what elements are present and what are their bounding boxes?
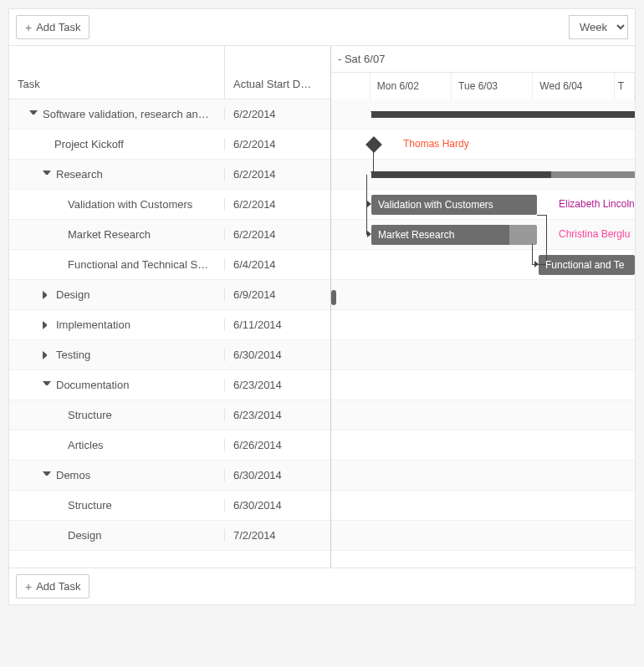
task-cell[interactable]: Structure (9, 499, 225, 512)
resource-label: Christina Berglu (559, 228, 630, 240)
timeline-day-col: Wed 6/04 (533, 73, 614, 99)
timeline-row (331, 400, 635, 430)
task-cell[interactable]: Articles (9, 439, 225, 451)
table-row[interactable]: Design6/9/2014 (9, 280, 330, 310)
add-task-button[interactable]: + Add Task (16, 15, 89, 39)
timeline-day-col (331, 73, 371, 99)
timeline-row (331, 461, 635, 491)
timeline-row: Market ResearchChristina Berglu (331, 220, 635, 250)
task-title: Structure (68, 499, 112, 512)
table-row[interactable]: Project Kickoff6/2/2014 (9, 130, 330, 160)
task-list-header: Task Actual Start D… (9, 46, 330, 99)
start-date-cell: 6/30/2014 (225, 469, 330, 481)
toolbar-top: + Add Task Week (9, 9, 635, 46)
table-row[interactable]: Implementation6/11/2014 (9, 310, 330, 340)
table-row[interactable]: Functional and Technical S…6/4/2014 (9, 250, 330, 280)
task-cell[interactable]: Design (9, 529, 225, 542)
summary-bar-remaining[interactable] (551, 171, 635, 178)
task-cell[interactable]: Functional and Technical S… (9, 258, 225, 271)
task-cell[interactable]: Documentation (9, 379, 225, 391)
resource-label: Thomas Hardy (403, 138, 469, 150)
start-date-cell: 6/2/2014 (225, 168, 330, 181)
task-bar[interactable]: Market Research (371, 225, 537, 245)
scroll-indicator[interactable] (331, 290, 336, 305)
chevron-down-icon[interactable] (43, 381, 51, 390)
task-title: Functional and Technical S… (68, 258, 208, 271)
dependency-line (546, 215, 547, 265)
add-task-label: Add Task (36, 580, 80, 593)
table-row[interactable]: Software validation, research an…6/2/201… (9, 99, 330, 130)
timeline-row (331, 310, 635, 340)
timeline-row (331, 491, 635, 521)
gantt-chart: + Add Task Week Task Actual Start D… Sof… (8, 8, 636, 605)
resource-label: Elizabeth Lincoln (559, 198, 635, 210)
task-title: Design (68, 529, 101, 542)
start-date-cell: 6/30/2014 (225, 349, 330, 361)
table-row[interactable]: Articles6/26/2014 (9, 430, 330, 461)
table-row[interactable]: Design7/2/2014 (9, 521, 330, 551)
timeline-header: - Sat 6/07 Mon 6/02Tue 6/03Wed 6/04T (331, 46, 635, 99)
table-row[interactable]: Structure6/30/2014 (9, 491, 330, 521)
plus-icon: + (25, 22, 32, 33)
table-row[interactable]: Market Research6/2/2014 (9, 220, 330, 250)
chevron-right-icon[interactable] (43, 291, 51, 299)
task-cell[interactable]: Implementation (9, 318, 225, 331)
task-title: Structure (68, 409, 112, 421)
timeline-row (331, 280, 635, 310)
task-cell[interactable]: Demos (9, 469, 225, 481)
task-list-pane: Task Actual Start D… Software validation… (9, 46, 331, 569)
summary-bar[interactable] (371, 171, 551, 178)
table-row[interactable]: Structure6/23/2014 (9, 400, 330, 430)
timeline-row (331, 99, 635, 130)
column-header-task[interactable]: Task (9, 46, 225, 99)
start-date-cell: 6/11/2014 (225, 318, 330, 331)
view-select[interactable]: Week (569, 15, 628, 39)
task-cell[interactable]: Research (9, 168, 225, 181)
table-row[interactable]: Testing6/30/2014 (9, 340, 330, 370)
arrow-right-icon (534, 261, 539, 267)
chevron-down-icon[interactable] (29, 110, 38, 119)
task-cell[interactable]: Project Kickoff (9, 138, 225, 150)
start-date-cell: 6/23/2014 (225, 379, 330, 391)
start-date-cell: 6/30/2014 (225, 499, 330, 512)
chevron-right-icon[interactable] (43, 321, 51, 329)
task-bar-label: Functional and Te (545, 259, 625, 271)
chevron-right-icon[interactable] (43, 351, 51, 359)
task-bar[interactable]: Functional and Te (539, 255, 635, 275)
table-row[interactable]: Research6/2/2014 (9, 160, 330, 190)
task-cell[interactable]: Market Research (9, 228, 225, 241)
arrow-right-icon (367, 231, 371, 237)
timeline-row (331, 370, 635, 400)
task-title: Articles (68, 439, 104, 451)
timeline-row (331, 160, 635, 190)
task-title: Validation with Customers (68, 198, 192, 211)
task-title: Documentation (56, 379, 129, 391)
task-title: Implementation (56, 318, 130, 331)
task-bar[interactable]: Validation with Customers (371, 195, 537, 215)
timeline-row: Thomas Hardy (331, 130, 635, 160)
start-date-cell: 6/2/2014 (225, 198, 330, 211)
table-row[interactable]: Demos6/30/2014 (9, 461, 330, 491)
table-row[interactable]: Validation with Customers6/2/2014 (9, 190, 330, 220)
start-date-cell: 6/9/2014 (225, 288, 330, 301)
task-title: Design (56, 288, 89, 301)
task-title: Research (56, 168, 103, 181)
milestone-marker[interactable] (365, 136, 382, 153)
task-cell[interactable]: Testing (9, 349, 225, 361)
task-cell[interactable]: Validation with Customers (9, 198, 225, 211)
task-title: Market Research (68, 228, 151, 241)
summary-bar[interactable] (371, 111, 635, 118)
table-row[interactable]: Documentation6/23/2014 (9, 370, 330, 400)
dependency-line (532, 244, 533, 264)
chevron-down-icon[interactable] (43, 471, 51, 480)
task-cell[interactable]: Design (9, 288, 225, 301)
timeline-range-label: - Sat 6/07 (331, 46, 635, 73)
add-task-button-bottom[interactable]: + Add Task (16, 574, 89, 598)
column-header-start-date[interactable]: Actual Start D… (225, 46, 330, 99)
timeline-row (331, 340, 635, 370)
start-date-cell: 6/26/2014 (225, 439, 330, 451)
chevron-down-icon[interactable] (43, 171, 51, 179)
plus-icon: + (25, 581, 32, 593)
task-cell[interactable]: Structure (9, 409, 225, 421)
task-cell[interactable]: Software validation, research an… (9, 108, 225, 120)
